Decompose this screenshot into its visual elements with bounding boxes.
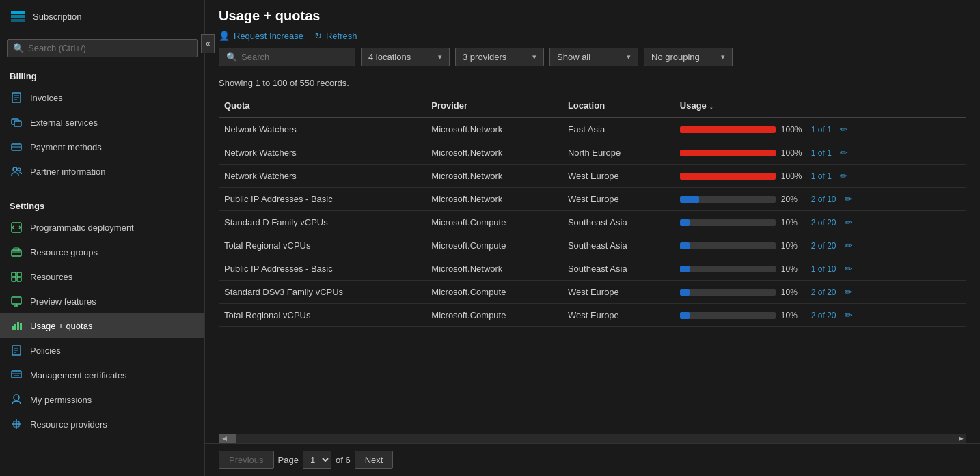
previous-button[interactable]: Previous [219,451,274,469]
sidebar-item-resources[interactable]: Resources [0,264,204,289]
usage-bar-fill [680,173,776,180]
edit-icon[interactable]: ✏ [845,194,852,204]
usage-link[interactable]: 2 of 20 [811,218,836,227]
sidebar-collapse-button[interactable]: « [201,34,215,53]
quota-cell: Standard DSv3 Family vCPUs [219,281,426,304]
next-button[interactable]: Next [355,451,394,469]
svg-rect-17 [17,272,21,277]
location-cell: East Asia [562,118,675,141]
usage-bar-fill [680,126,776,133]
svg-point-34 [14,395,19,400]
provider-cell: Microsoft.Network [426,257,562,281]
usage-link[interactable]: 2 of 10 [811,195,836,204]
usage-quotas-icon [10,319,23,333]
refresh-icon: ↻ [314,31,322,41]
usage-bar-bg [680,219,776,226]
programmatic-deployment-label: Programmatic deployment [30,223,134,233]
management-certificates-label: Management certificates [30,370,127,380]
resource-providers-label: Resource providers [30,419,107,430]
sidebar-item-my-permissions[interactable]: My permissions [0,387,204,412]
external-services-icon [10,115,23,129]
provider-cell: Microsoft.Network [426,118,562,141]
svg-rect-2 [11,19,25,22]
refresh-button[interactable]: ↻ Refresh [314,31,357,41]
usage-pct: 10% [781,241,806,251]
locations-filter[interactable]: 4 locations ▾ [361,48,450,66]
usage-link[interactable]: 1 of 1 [811,148,832,158]
usage-bar-fill [680,219,690,226]
sidebar-item-payment-methods[interactable]: Payment methods [0,135,204,159]
usage-link[interactable]: 2 of 20 [811,311,836,320]
table-wrapper: Quota Provider Location Usage ↓ Network … [205,94,980,431]
edit-icon[interactable]: ✏ [845,217,852,227]
providers-filter[interactable]: 3 providers ▾ [455,48,544,66]
page-select[interactable]: 1 2 3 4 5 6 [303,451,331,469]
svg-rect-25 [17,322,19,330]
svg-rect-24 [14,324,16,330]
search-input[interactable] [241,52,348,62]
edit-icon[interactable]: ✏ [845,264,852,274]
grouping-filter[interactable]: No grouping ▾ [644,48,733,66]
policies-label: Policies [30,346,61,356]
sidebar-item-external-services[interactable]: External services [0,110,204,135]
svg-rect-16 [12,272,16,277]
sidebar-item-usage-quotas[interactable]: Usage + quotas [0,313,204,338]
quota-cell: Network Watchers [219,165,426,188]
usage-link[interactable]: 1 of 1 [811,171,832,181]
table-row: Public IP Addresses - Basic Microsoft.Ne… [219,257,966,281]
provider-cell: Microsoft.Compute [426,281,562,304]
col-location: Location [562,94,675,118]
provider-cell: Microsoft.Network [426,165,562,188]
svg-point-12 [18,168,21,171]
table-row: Total Regional vCPUs Microsoft.Compute W… [219,304,966,327]
request-increase-button[interactable]: 👤 Request Increase [219,31,303,41]
scroll-left-arrow[interactable]: ◀ [219,434,229,443]
sidebar-item-partner-information[interactable]: Partner information [0,159,204,184]
toolbar: 👤 Request Increase ↻ Refresh [219,31,966,41]
edit-icon[interactable]: ✏ [840,148,847,158]
usage-cell-container: 20% 2 of 10 ✏ [675,188,966,211]
locations-chevron-icon: ▾ [438,53,442,61]
usage-link[interactable]: 1 of 10 [811,264,836,274]
search-icon: 🔍 [13,43,24,53]
usage-link[interactable]: 1 of 1 [811,125,832,135]
sidebar-search-input[interactable] [28,43,191,53]
provider-cell: Microsoft.Compute [426,304,562,327]
provider-cell: Microsoft.Network [426,141,562,165]
usage-cell-container: 10% 2 of 20 ✏ [675,304,966,327]
usage-link[interactable]: 2 of 20 [811,241,836,251]
programmatic-deployment-icon [10,221,23,234]
usage-link[interactable]: 2 of 20 [811,288,836,297]
edit-icon[interactable]: ✏ [845,310,852,320]
subscription-header: Subscription [0,0,204,33]
resource-groups-icon [10,245,23,259]
usage-cell-container: 10% 2 of 20 ✏ [675,234,966,257]
show-filter[interactable]: Show all ▾ [549,48,638,66]
usage-pct: 10% [781,311,806,320]
sidebar-item-preview-features[interactable]: Preview features [0,289,204,313]
edit-icon[interactable]: ✏ [845,287,852,297]
partner-icon [10,165,23,178]
edit-icon[interactable]: ✏ [840,171,847,181]
edit-icon[interactable]: ✏ [845,240,852,251]
sidebar-item-programmatic-deployment[interactable]: Programmatic deployment [0,215,204,240]
location-cell: West Europe [562,188,675,211]
scroll-right-arrow[interactable]: ▶ [956,434,966,443]
main-header: Usage + quotas 👤 Request Increase ↻ Refr… [205,0,980,72]
invoices-icon [10,91,23,104]
sidebar-search-box[interactable]: 🔍 [7,39,198,57]
usage-pct: 10% [781,218,806,227]
table-body: Network Watchers Microsoft.Network East … [219,118,966,327]
sidebar-item-invoices[interactable]: Invoices [0,85,204,110]
table-row: Network Watchers Microsoft.Network West … [219,165,966,188]
usage-bar-bg [680,312,776,319]
horizontal-scrollbar[interactable]: ▶ ◀ [219,434,966,443]
sidebar-item-resource-groups[interactable]: Resource groups [0,240,204,264]
usage-bar-bg [680,266,776,272]
search-box[interactable]: 🔍 [219,48,355,66]
sidebar-item-resource-providers[interactable]: Resource providers [0,412,204,436]
usage-bar-fill [680,266,690,272]
edit-icon[interactable]: ✏ [840,124,847,135]
sidebar-item-policies[interactable]: Policies [0,338,204,363]
sidebar-item-management-certificates[interactable]: Management certificates [0,363,204,387]
